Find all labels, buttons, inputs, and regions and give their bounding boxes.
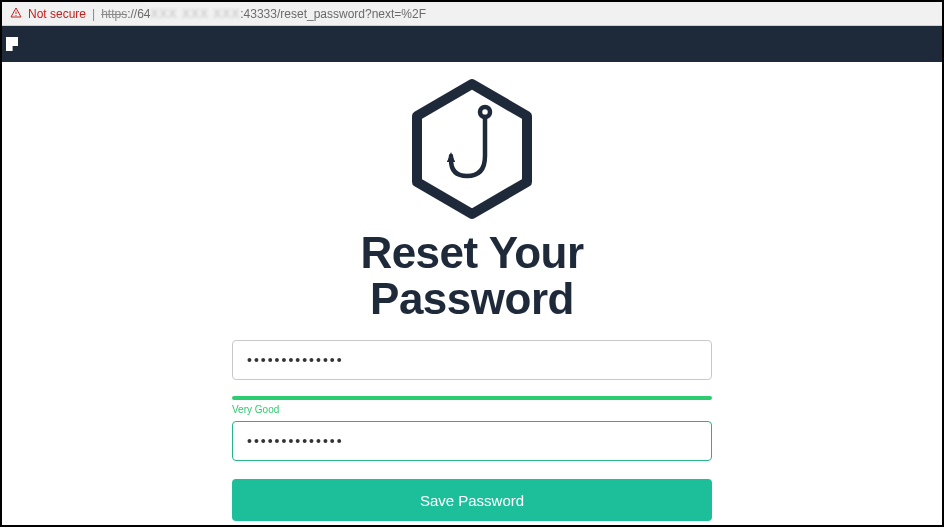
- svg-rect-0: [16, 11, 17, 14]
- url-host: 64: [137, 7, 150, 21]
- svg-marker-2: [417, 84, 527, 214]
- title-line-1: Reset Your: [360, 228, 583, 277]
- url-display[interactable]: https://64XXX XXX XXX:43333/reset_passwo…: [101, 7, 426, 21]
- url-scheme: https: [101, 7, 127, 21]
- hexagon-hook-logo: [397, 74, 547, 224]
- not-secure-label: Not secure: [28, 7, 86, 21]
- save-password-button[interactable]: Save Password: [232, 479, 712, 521]
- warning-icon: [10, 7, 22, 21]
- top-nav-bar: [2, 26, 942, 62]
- site-logo-icon[interactable]: [6, 37, 18, 51]
- url-sep: ://: [127, 7, 137, 21]
- reset-password-form: Very Good Save Password: [232, 340, 712, 521]
- main-content: Reset Your Password Very Good Save Passw…: [2, 62, 942, 521]
- url-path: /reset_password?next=%2F: [277, 7, 426, 21]
- browser-address-bar: Not secure | https://64XXX XXX XXX:43333…: [2, 2, 942, 26]
- title-line-2: Password: [370, 274, 574, 323]
- url-blurred: XXX XXX XXX: [151, 7, 241, 21]
- url-separator: |: [92, 7, 95, 21]
- password-strength-bar: [232, 396, 712, 400]
- password-strength-label: Very Good: [232, 404, 712, 415]
- svg-rect-1: [16, 15, 17, 16]
- new-password-input[interactable]: [232, 340, 712, 380]
- svg-marker-4: [447, 152, 455, 162]
- page-title: Reset Your Password: [360, 230, 583, 322]
- confirm-password-input[interactable]: [232, 421, 712, 461]
- url-port: :43333: [240, 7, 277, 21]
